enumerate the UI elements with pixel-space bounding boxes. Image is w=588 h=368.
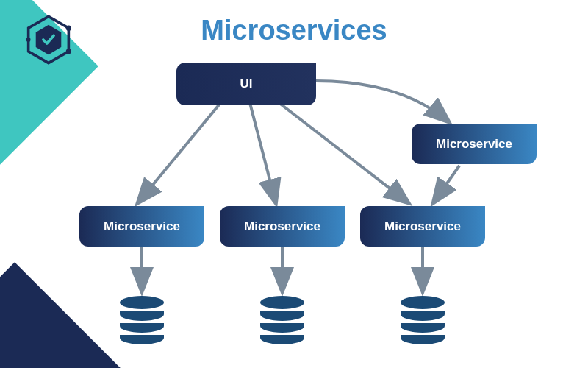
- database-icon: [401, 296, 445, 344]
- svg-line-8: [434, 166, 459, 202]
- node-microservice-b: Microservice: [220, 206, 345, 247]
- node-microservice-a: Microservice: [79, 206, 204, 247]
- database-icon: [260, 296, 304, 344]
- node-microservice-right: Microservice: [412, 124, 537, 164]
- node-ui: UI: [176, 63, 316, 105]
- database-icon: [120, 296, 164, 344]
- node-microservice-c: Microservice: [360, 206, 485, 247]
- diagram-title: Microservices: [0, 15, 588, 46]
- svg-line-6: [250, 103, 276, 202]
- svg-line-5: [138, 103, 220, 202]
- svg-point-3: [66, 49, 71, 54]
- svg-line-7: [279, 103, 408, 202]
